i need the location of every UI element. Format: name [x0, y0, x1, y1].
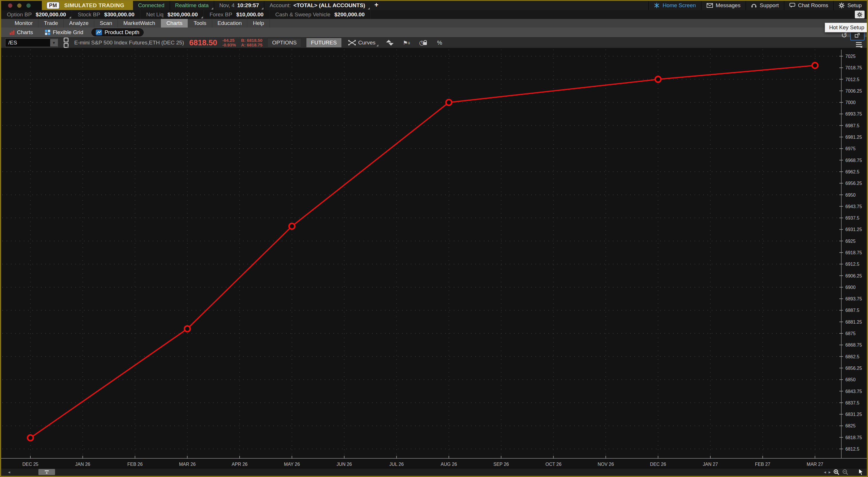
data-point-marker[interactable]: [28, 435, 33, 441]
time-axis-label: AUG 26: [441, 462, 457, 467]
symbol-link-icon[interactable]: [63, 37, 69, 49]
thinkorswim-window: PM SIMULATED TRADING Connected Realtime …: [1, 1, 867, 476]
zoom-in-icon[interactable]: [833, 469, 840, 475]
menu-charts[interactable]: Charts: [161, 19, 188, 28]
price-axis-label: 6900: [845, 285, 856, 290]
home-screen-button[interactable]: Home Screen: [648, 1, 701, 10]
price-axis-label: 6850: [845, 377, 856, 382]
scrollbar-thumb[interactable]: ▲: [38, 469, 55, 475]
time-axis-label: OCT 26: [546, 462, 562, 467]
menu-help[interactable]: Help: [247, 19, 270, 28]
chart-menu-button[interactable]: [855, 41, 863, 48]
window-minimize-button[interactable]: [17, 3, 22, 8]
futures-curve-line: [30, 65, 815, 438]
window-zoom-button[interactable]: [26, 3, 31, 8]
window-close-button[interactable]: [8, 3, 12, 8]
price-axis-label: 6837.5: [845, 401, 859, 405]
bid-ask: B: 6818.50 A: 6818.75: [241, 38, 262, 47]
data-status[interactable]: Realtime data: [170, 1, 214, 10]
menu-monitor[interactable]: Monitor: [9, 19, 38, 28]
symbol-dropdown-button[interactable]: ▼: [50, 39, 58, 46]
curves-menu-button[interactable]: Curves: [347, 38, 379, 47]
time-axis-label: NOV 26: [598, 462, 614, 467]
symbol-toolbar: /ES ▼ E-mini S&P 500 Index Futures,ETH (…: [1, 37, 867, 48]
dropdown-corner: [69, 17, 71, 18]
price-axis-label: 6812.5: [845, 447, 859, 451]
trading-mode-label: SIMULATED TRADING: [64, 2, 124, 9]
subtab-charts[interactable]: Charts: [6, 29, 37, 36]
setup-button[interactable]: Setup: [833, 1, 867, 10]
refresh-icon[interactable]: ↺: [841, 32, 847, 39]
subtab-flexible-grid[interactable]: Flexible Grid: [41, 29, 87, 36]
data-point-marker[interactable]: [446, 99, 452, 105]
sort-direction-button[interactable]: [384, 40, 396, 45]
zoom-out-icon[interactable]: [842, 469, 848, 475]
time-axis-label: APR 26: [231, 462, 247, 467]
dropdown-corner: [211, 7, 213, 9]
option-bp-segment[interactable]: Option BP $200,000.00: [1, 10, 72, 19]
connection-status: Connected: [133, 1, 170, 10]
symbol-input[interactable]: /ES ▼: [5, 38, 58, 47]
time-axis-label: FEB 27: [755, 462, 770, 467]
detach-arrow-icon: [855, 33, 860, 38]
menu-scan[interactable]: Scan: [94, 19, 118, 28]
price-axis-label: 7012.5: [845, 77, 859, 82]
subtab-product-depth[interactable]: Product Depth: [91, 28, 144, 36]
data-point-marker[interactable]: [289, 223, 295, 229]
price-axis-label: 6950: [845, 193, 856, 197]
price-axis-label: 6968.75: [845, 158, 862, 163]
menu-tools[interactable]: Tools: [188, 19, 212, 28]
price-axis-label: 6925: [845, 239, 856, 244]
pin-underlying-button[interactable]: ⚑u: [401, 39, 412, 46]
clock-segment[interactable]: Nov, 4 10:29:57: [214, 1, 265, 10]
price-axis-label: 6881.25: [845, 320, 862, 324]
price-axis-label: 6975: [845, 146, 856, 151]
support-button[interactable]: Support: [746, 1, 784, 10]
dropdown-corner: [201, 17, 203, 18]
scroll-left-arrow[interactable]: ◂: [1, 470, 10, 475]
price-axis-label: 6956.25: [845, 181, 862, 186]
percent-display-button[interactable]: %: [434, 39, 445, 46]
time-axis-label: JAN 26: [75, 462, 90, 467]
price-axis-label: 7025: [845, 54, 856, 59]
net-liq-segment[interactable]: Net Liq $200,000.00: [141, 10, 204, 19]
futures-tab-button[interactable]: FUTURES: [306, 38, 341, 47]
hot-key-setup-tooltip: Hot Key Setup: [825, 23, 867, 32]
price-axis-label: 7000: [845, 100, 856, 105]
data-point-marker[interactable]: [655, 76, 661, 82]
time-axis-label: MAR 27: [807, 462, 823, 467]
last-price: 6818.50: [189, 38, 217, 47]
mouse-cursor: [858, 468, 864, 476]
account-bar-settings-button[interactable]: [855, 10, 865, 18]
menu-marketwatch[interactable]: MarketWatch: [118, 19, 161, 28]
time-axis-label: MAY 26: [284, 462, 300, 467]
chat-rooms-button[interactable]: Chat Rooms: [784, 1, 834, 10]
price-axis-label: 6887.5: [845, 308, 859, 313]
time-axis-label: SEP 26: [493, 462, 509, 467]
menu-analyze[interactable]: Analyze: [64, 19, 94, 28]
price-axis-label: 6825: [845, 423, 856, 428]
futures-curve-chart[interactable]: 70257018.757012.57006.2570006993.756987.…: [1, 48, 867, 468]
chart-canvas[interactable]: 70257018.757012.57006.2570006993.756987.…: [1, 48, 867, 468]
data-point-marker[interactable]: [184, 326, 190, 332]
pan-left-arrow[interactable]: ◂: [824, 470, 826, 475]
pan-right-arrow[interactable]: ▸: [829, 470, 831, 475]
time-lock-button[interactable]: ◷: [417, 39, 429, 46]
price-axis-label: 6981.25: [845, 135, 862, 139]
options-tab-button[interactable]: OPTIONS: [268, 38, 301, 47]
menu-trade[interactable]: Trade: [38, 19, 64, 28]
main-menu: Monitor Trade Analyze Scan MarketWatch C…: [1, 19, 867, 28]
price-axis-label: 6943.75: [845, 204, 862, 209]
menu-education[interactable]: Education: [212, 19, 248, 28]
cash-sweep-segment: Cash & Sweep Vehicle $200,000.00: [270, 10, 371, 19]
paper-money-badge: PM: [46, 2, 60, 9]
price-axis-label: 6906.25: [845, 274, 862, 278]
messages-button[interactable]: Messages: [701, 1, 746, 10]
instrument-description: E-mini S&P 500 Index Futures,ETH (DEC 25…: [74, 39, 184, 46]
messages-icon: [707, 3, 713, 8]
add-workspace-button[interactable]: +: [370, 1, 382, 10]
account-selector[interactable]: Account: <TOTAL> (ALL ACCOUNTS): [264, 1, 370, 10]
data-point-marker[interactable]: [812, 63, 818, 68]
price-axis-label: 6843.75: [845, 389, 862, 394]
price-axis-label: 6868.75: [845, 343, 862, 347]
